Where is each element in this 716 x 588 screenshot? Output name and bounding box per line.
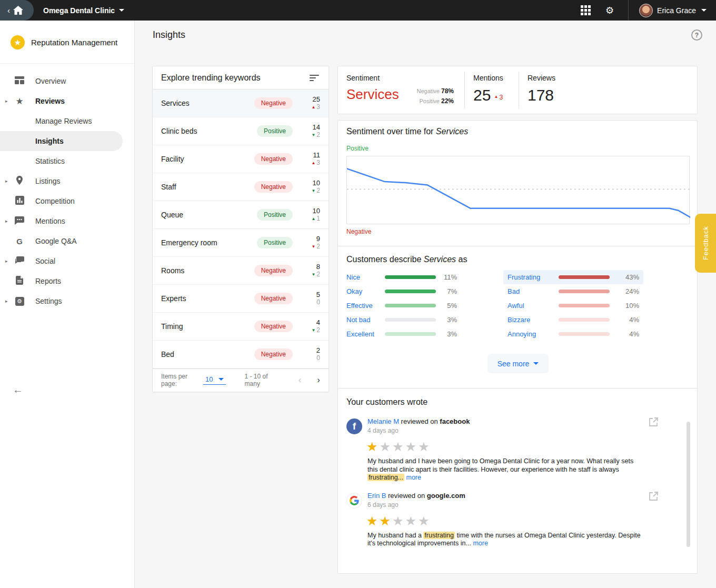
describe-word-link[interactable]: Nice — [346, 273, 385, 281]
feedback-tab[interactable]: Feedback — [695, 214, 716, 273]
keywords-panel-title: Explore trending keywords — [161, 73, 261, 83]
highlighted-keyword: frustrating — [423, 532, 455, 539]
sidebar-item-reports[interactable]: Reports — [0, 271, 134, 291]
sidebar-item-social[interactable]: ▸ Social — [0, 251, 134, 271]
insights-detail-card: Sentiment over time for Services Positiv… — [337, 120, 698, 574]
sentiment-badge: Positive — [257, 125, 293, 137]
axis-label-negative: Negative — [346, 228, 371, 235]
keyword-row[interactable]: Emergency roomPositive9▼2 — [153, 229, 329, 257]
keyword-row[interactable]: QueuePositive10▲1 — [153, 201, 329, 229]
reviewer-name-link[interactable]: Melanie M — [367, 417, 399, 425]
sidebar-item-mentions[interactable]: ▸ Mentions — [0, 211, 134, 231]
sidebar-item-reviews[interactable]: ▸ ★ Reviews — [0, 91, 134, 111]
keyword-label: Services — [161, 99, 254, 107]
star-empty-icon: ★ — [405, 514, 419, 528]
reviewer-name-link[interactable]: Erin B — [367, 492, 386, 500]
keyword-row[interactable]: ExpertsNegative50 — [153, 285, 329, 313]
keyword-row[interactable]: Clinic bedsPositive14▼2 — [153, 117, 329, 145]
keyword-row[interactable]: TimingNegative4▼2 — [153, 313, 329, 341]
expand-arrow-icon[interactable]: ▸ — [5, 298, 8, 304]
items-per-page-select[interactable]: 10 — [203, 375, 225, 385]
document-icon — [14, 276, 25, 286]
back-chevron-icon[interactable]: ‹ — [7, 6, 10, 14]
expand-arrow-icon[interactable]: ▸ — [5, 218, 8, 224]
arrow-up-icon: ▲ — [494, 95, 498, 99]
highlighted-keyword: frustrating... — [367, 474, 404, 481]
more-link[interactable]: more — [406, 474, 421, 481]
sort-icon[interactable] — [309, 73, 320, 83]
expand-arrow-icon[interactable]: ▸ — [5, 98, 8, 104]
describe-word-row: Bizzare4% — [503, 313, 643, 327]
trending-keywords-panel: Explore trending keywords ServicesNegati… — [152, 66, 329, 392]
star-empty-icon: ★ — [392, 514, 405, 528]
collapse-sidebar-arrow-icon[interactable]: ← — [13, 384, 23, 396]
see-more-button[interactable]: See more — [488, 354, 549, 373]
keyword-row[interactable]: StaffNegative10▼2 — [153, 173, 329, 201]
account-switcher[interactable]: Omega Dental Clinic — [43, 6, 124, 15]
describe-word-pct: 10% — [625, 302, 639, 310]
sidebar-item-label: Social — [35, 257, 55, 265]
sidebar-item-insights[interactable]: Insights — [0, 131, 123, 151]
items-per-page-label: Items per page: — [161, 373, 200, 387]
describe-word-link[interactable]: Awful — [508, 302, 559, 310]
chat-bubbles-icon — [14, 256, 25, 266]
keyword-row[interactable]: ServicesNegative25▲3 — [153, 89, 329, 117]
describe-word-link[interactable]: Annoying — [508, 330, 559, 338]
describe-word-link[interactable]: Bizzare — [508, 316, 559, 324]
describe-word-pct: 7% — [447, 287, 457, 295]
sidebar-item-statistics[interactable]: Statistics — [0, 151, 134, 171]
sidebar-item-settings[interactable]: ▸ ⚙ Settings — [0, 291, 134, 311]
keyword-row[interactable]: RoomsNegative8▼2 — [153, 257, 329, 285]
describe-word-row: Effective5% — [346, 298, 457, 313]
apps-grid-button[interactable] — [573, 0, 598, 21]
describe-word-link[interactable]: Excellent — [346, 330, 385, 338]
describe-word-bar — [385, 332, 436, 336]
describe-word-link[interactable]: Not bad — [346, 316, 385, 324]
reviews-label: Reviews — [528, 74, 555, 82]
trend-arrow-icon: ▲ — [311, 216, 315, 221]
sentiment-badge: Negative — [254, 265, 293, 276]
describe-word-pct: 4% — [629, 330, 639, 338]
sidebar-item-overview[interactable]: Overview — [0, 71, 134, 91]
describe-word-link[interactable]: Frustrating — [508, 273, 559, 281]
review-text: My husband had a frustrating time with t… — [367, 532, 642, 548]
sentiment-stat: Sentiment Services Negative78% Positive2… — [338, 66, 464, 114]
sidebar-item-competition[interactable]: Competition — [0, 191, 134, 211]
next-page-button[interactable]: › — [317, 375, 320, 385]
sentiment-badge: Positive — [257, 209, 293, 221]
dashboard-icon — [14, 76, 25, 86]
mentions-stat: Mentions 25 ▲3 — [465, 66, 519, 114]
review-header: Erin B reviewed on google.com — [367, 492, 689, 500]
prev-page-button[interactable]: ‹ — [299, 375, 302, 385]
keyword-row[interactable]: BedNegative20 — [153, 341, 329, 368]
describe-word-link[interactable]: Okay — [346, 287, 385, 295]
reviews-value: 178 — [528, 86, 554, 104]
open-review-button[interactable] — [648, 491, 659, 504]
stats-card: Sentiment Services Negative78% Positive2… — [337, 66, 698, 114]
sidebar-item-manage-reviews[interactable]: Manage Reviews — [0, 111, 134, 131]
scrollbar-thumb[interactable] — [687, 422, 690, 547]
star-icon: ★ — [14, 96, 25, 107]
home-button[interactable]: ‹ — [0, 0, 34, 21]
axis-label-positive: Positive — [346, 145, 369, 152]
sidebar-item-label: Mentions — [35, 217, 65, 225]
describe-word-link[interactable]: Effective — [346, 302, 385, 310]
settings-gear-button[interactable]: ⚙ — [598, 0, 622, 21]
user-menu-chevron-icon[interactable] — [701, 9, 707, 12]
app-title: Reputation Management — [31, 38, 117, 47]
reviews-stat: Reviews 178 — [519, 66, 564, 114]
help-icon[interactable]: ? — [691, 29, 702, 41]
chevron-down-icon — [119, 9, 124, 12]
sidebar-item-google-qa[interactable]: G Google Q&A — [0, 231, 134, 251]
keyword-count: 4▼2 — [302, 319, 320, 334]
expand-arrow-icon[interactable]: ▸ — [5, 258, 8, 264]
describe-word-link[interactable]: Bad — [508, 287, 559, 295]
sentiment-label: Sentiment — [346, 74, 456, 82]
user-avatar[interactable] — [639, 4, 653, 17]
open-review-button[interactable] — [648, 416, 659, 430]
more-link[interactable]: more — [473, 540, 488, 547]
sidebar-item-listings[interactable]: ▸ Listings — [0, 171, 134, 191]
keyword-row[interactable]: FacilityNegative11▲3 — [153, 145, 329, 173]
expand-arrow-icon[interactable]: ▸ — [5, 178, 8, 184]
sidebar-item-label: Competition — [35, 197, 75, 205]
